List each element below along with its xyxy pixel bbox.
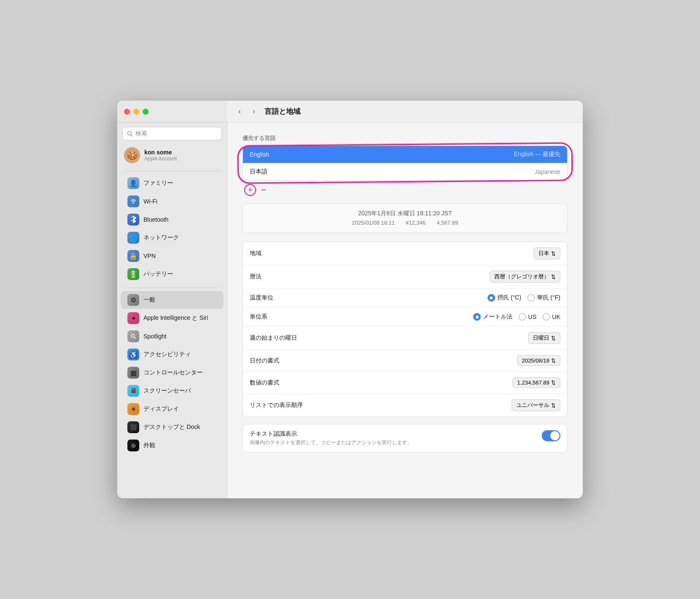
sidebar-label-desktop: デスクトップと Dock	[143, 423, 200, 431]
preview-line2: 2025/01/08 18:11 ¥12,346 4,567.89	[251, 219, 559, 227]
lang-name-english: English	[250, 151, 269, 158]
listorder-label: リストでの表示順序	[250, 401, 303, 409]
desktop-icon: ⬛	[127, 421, 139, 433]
back-button[interactable]: ‹	[236, 105, 243, 118]
listorder-select[interactable]: ユニバーサル ⇅	[512, 399, 560, 411]
sidebar-label-bluetooth: Bluetooth	[143, 216, 168, 223]
us-radio[interactable]	[518, 313, 526, 321]
chevron-updown-icon4: ⇅	[551, 357, 556, 364]
sidebar-item-general[interactable]: ⚙ 一般	[121, 291, 223, 309]
language-item-english[interactable]: English English — 最優先	[243, 146, 567, 163]
sidebar-label-appearance: 外観	[143, 442, 155, 449]
sidebar: 検索 🍪 kon some Apple Account 👤 ファミリー	[117, 101, 227, 498]
forward-button[interactable]: ›	[250, 105, 258, 118]
controlcenter-icon: ▦	[127, 367, 139, 379]
svg-line-1	[131, 135, 133, 137]
bluetooth-icon	[127, 214, 139, 225]
preview-line1: 2025年1月8日 水曜日 18:11:20 JST	[251, 210, 559, 217]
settings-row-region: 地域 日本 ⇅	[243, 242, 567, 265]
celsius-radio[interactable]	[488, 294, 495, 302]
measurement-radio-group: メートル法 US UK	[473, 313, 560, 321]
metric-radio[interactable]	[473, 313, 481, 321]
user-subtitle: Apple Account	[144, 156, 177, 162]
settings-row-temperature: 温度単位 摂氏 (°C) 華氏 (°F)	[243, 289, 567, 308]
main-header: ‹ › 言語と地域	[227, 101, 583, 123]
general-icon: ⚙	[127, 294, 139, 306]
calendar-label: 暦法	[250, 273, 262, 280]
measurement-metric[interactable]: メートル法	[473, 313, 513, 321]
numberformat-label: 数値の書式	[250, 379, 279, 387]
temperature-celsius[interactable]: 摂氏 (°C)	[488, 294, 521, 302]
vpn-icon: 🔒	[127, 250, 139, 262]
sidebar-item-spotlight[interactable]: Spotlight	[121, 327, 223, 345]
settings-row-listorder: リストでの表示順序 ユニバーサル ⇅	[243, 394, 567, 417]
sidebar-label-family: ファミリー	[143, 179, 173, 187]
sidebar-item-family[interactable]: 👤 ファミリー	[121, 174, 223, 192]
text-recognition-toggle[interactable]	[542, 430, 560, 441]
sidebar-item-display[interactable]: ☀ ディスプレイ	[121, 400, 223, 418]
weekstart-select[interactable]: 日曜日 ⇅	[528, 332, 560, 344]
numberformat-select[interactable]: 1,234,567.89 ⇅	[513, 377, 560, 388]
sidebar-section-system: ⚙ 一般 ✦ Apple Intelligence と Siri Spotlig…	[117, 291, 227, 455]
chevron-updown-icon6: ⇅	[551, 402, 556, 409]
region-label: 地域	[250, 250, 262, 257]
sidebar-divider-2	[124, 288, 220, 288]
region-select[interactable]: 日本 ⇅	[534, 247, 560, 259]
remove-language-button[interactable]: −	[258, 184, 270, 196]
battery-icon: 🔋	[127, 268, 139, 280]
sidebar-item-controlcenter[interactable]: ▦ コントロールセンター	[121, 364, 223, 382]
user-info: kon some Apple Account	[144, 149, 177, 162]
search-placeholder: 検索	[135, 130, 147, 137]
sidebar-section-network: 👤 ファミリー Wi-Fi B	[117, 174, 227, 283]
sidebar-label-vpn: VPN	[143, 253, 156, 259]
sidebar-item-accessibility[interactable]: ♿ アクセシビリティ	[121, 346, 223, 363]
siri-icon: ✦	[127, 312, 139, 324]
sidebar-label-display: ディスプレイ	[143, 405, 179, 413]
measurement-label: 単位系	[250, 313, 267, 321]
wifi-icon	[127, 195, 139, 207]
text-recognition-section: テキスト認識表示 画像内のテキストを選択して、コピーまたはアクションを実行します…	[243, 424, 568, 453]
dateformat-label: 日付の書式	[250, 357, 279, 365]
maximize-button[interactable]	[143, 109, 149, 115]
sidebar-user[interactable]: 🍪 kon some Apple Account	[117, 144, 227, 167]
language-section-title: 優先する言語	[243, 135, 568, 142]
calendar-select[interactable]: 西暦（グレゴリオ暦） ⇅	[490, 271, 560, 283]
close-button[interactable]	[124, 109, 130, 115]
sidebar-item-screensaver[interactable]: 🖥 スクリーンセーバ	[121, 382, 223, 400]
sidebar-item-vpn[interactable]: 🔒 VPN	[121, 247, 223, 265]
sidebar-item-appearance[interactable]: ◎ 外観	[121, 437, 223, 454]
appearance-icon: ◎	[127, 440, 139, 451]
temperature-fahrenheit[interactable]: 華氏 (°F)	[527, 294, 560, 302]
screensaver-icon: 🖥	[127, 385, 139, 397]
sidebar-item-desktop[interactable]: ⬛ デスクトップと Dock	[121, 418, 223, 436]
language-item-japanese[interactable]: 日本語 Japanese	[243, 163, 567, 180]
titlebar	[117, 101, 227, 123]
minimize-button[interactable]	[133, 109, 139, 115]
accessibility-icon: ♿	[127, 349, 139, 360]
fahrenheit-radio[interactable]	[527, 294, 535, 302]
main-content: 優先する言語 English English — 最優先 日本語 Japanes…	[227, 123, 583, 498]
sidebar-item-siri[interactable]: ✦ Apple Intelligence と Siri	[121, 309, 223, 327]
chevron-updown-icon: ⇅	[551, 250, 556, 257]
lang-name-japanese: 日本語	[250, 168, 267, 176]
measurement-us[interactable]: US	[518, 313, 536, 321]
sidebar-item-network[interactable]: 🌐 ネットワーク	[121, 229, 223, 247]
sidebar-item-bluetooth[interactable]: Bluetooth	[121, 211, 223, 228]
sidebar-item-wifi[interactable]: Wi-Fi	[121, 192, 223, 210]
weekstart-label: 週の始まりの曜日	[250, 334, 297, 342]
dateformat-select[interactable]: 2025/08/19 ⇅	[517, 355, 560, 366]
text-recognition-text: テキスト認識表示 画像内のテキストを選択して、コピーまたはアクションを実行します…	[250, 430, 412, 446]
search-bar[interactable]: 検索	[122, 127, 222, 140]
region-value: 日本 ⇅	[534, 247, 560, 259]
main-window: 検索 🍪 kon some Apple Account 👤 ファミリー	[117, 101, 583, 498]
temperature-radio-group: 摂氏 (°C) 華氏 (°F)	[488, 294, 560, 302]
measurement-uk[interactable]: UK	[543, 313, 560, 321]
add-language-button[interactable]: +	[244, 184, 256, 196]
user-name: kon some	[144, 149, 177, 156]
settings-row-dateformat: 日付の書式 2025/08/19 ⇅	[243, 350, 567, 372]
sidebar-label-general: 一般	[143, 296, 155, 304]
uk-radio[interactable]	[543, 313, 550, 321]
text-recognition-subtitle: 画像内のテキストを選択して、コピーまたはアクションを実行します。	[250, 439, 412, 446]
main-panel: ‹ › 言語と地域 優先する言語 English English — 最優先 日…	[227, 101, 583, 498]
sidebar-item-battery[interactable]: 🔋 バッテリー	[121, 265, 223, 283]
